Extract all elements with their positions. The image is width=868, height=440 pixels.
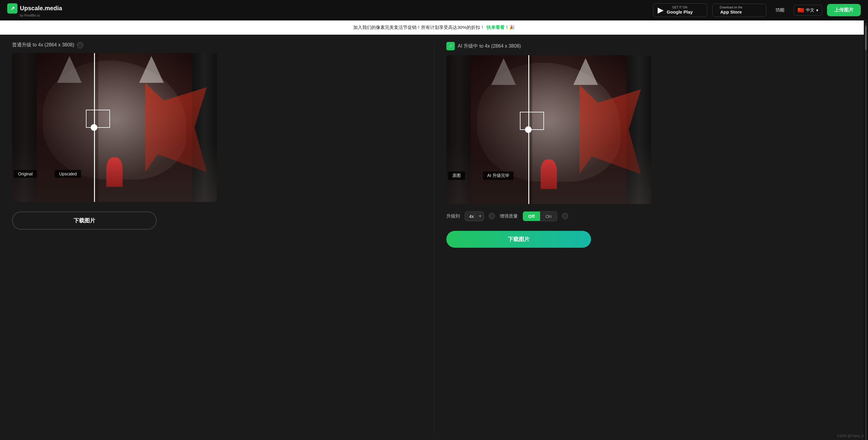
controls-row: 升级到 1x 2x 4x 8x ▾ ⓘ 增强质量 Off On ⓘ (446, 211, 856, 221)
upgrade-label: 升级到 (446, 213, 460, 219)
left-panel-header: 普通升级 to 4x (2864 x 3808) ⓘ (12, 42, 422, 48)
scale-info-icon[interactable]: ⓘ (489, 213, 495, 219)
scale-select[interactable]: 1x 2x 4x 8x (465, 211, 484, 221)
right-image-compare[interactable]: 原图 AI 升级完毕 (446, 55, 651, 204)
promo-text: 加入我们的像素完美复活节促销！所有计划享受高达30%的折扣！ (353, 25, 484, 30)
google-play-main: Google Play (667, 9, 693, 15)
logo-arrow-icon: ↗ (10, 5, 15, 12)
attribution: CSDN @Travis_X (837, 434, 864, 438)
scale-select-wrapper: 1x 2x 4x 8x ▾ (465, 211, 484, 221)
right-panel-title: AI 升级中 to 4x (2864 x 3808) (458, 43, 521, 50)
upload-image-button[interactable]: 上传图片 (827, 4, 861, 16)
quality-toggle-group: Off On (523, 211, 558, 221)
scrollbar-track (865, 23, 867, 440)
ai-icon-arrow: ↗ (449, 44, 453, 49)
brand-sub: by PixelBin.io (20, 13, 62, 17)
logo-area: ↗ Upscale.media by PixelBin.io (7, 3, 62, 17)
right-original-overlay (446, 55, 532, 204)
left-download-button[interactable]: 下载图片 (12, 212, 157, 230)
original-overlay (12, 53, 98, 202)
quality-info-icon[interactable]: ⓘ (562, 213, 568, 219)
google-play-icon: ▶ (658, 5, 664, 15)
left-panel-title: 普通升级 to 4x (2864 x 3808) (12, 42, 74, 48)
header: ↗ Upscale.media by PixelBin.io ▶ GET IT … (0, 0, 868, 21)
features-nav-button[interactable]: 功能 (771, 5, 789, 15)
toggle-off-button[interactable]: Off (523, 212, 540, 221)
logo-icon: ↗ (7, 3, 18, 13)
promo-banner: 加入我们的像素完美复活节促销！所有计划享受高达30%的折扣！ 快来看看！🎉 (0, 21, 868, 35)
logo-title: ↗ Upscale.media (7, 3, 62, 13)
app-store-text: Download on the App Store (720, 6, 742, 15)
language-selector[interactable]: 🇨🇳 中文 ▾ (794, 5, 822, 16)
language-label: 中文 (806, 7, 814, 13)
app-store-top: Download on the (720, 6, 742, 9)
toggle-on-button[interactable]: On (540, 212, 557, 221)
app-store-main: App Store (720, 9, 742, 15)
main-content: 普通升级 to 4x (2864 x 3808) ⓘ (0, 35, 868, 440)
left-info-icon[interactable]: ⓘ (77, 42, 83, 48)
left-image-compare[interactable]: Original Upscaled (12, 53, 217, 202)
google-play-button[interactable]: ▶ GET IT ON Google Play (653, 3, 707, 17)
right-panel-header: ↗ AI 升级中 to 4x (2864 x 3808) (446, 42, 856, 50)
flag-icon: 🇨🇳 (798, 7, 804, 13)
right-download-button[interactable]: 下载图片 (446, 231, 591, 248)
app-store-button[interactable]: Download on the App Store (712, 4, 767, 17)
ai-panel-icon: ↗ (446, 42, 455, 50)
scrollbar-thumb[interactable] (865, 26, 867, 50)
right-panel: ↗ AI 升级中 to 4x (2864 x 3808) 原图 (434, 42, 856, 434)
chevron-down-icon: ▾ (816, 8, 818, 13)
scrollbar-area (864, 21, 868, 440)
promo-link[interactable]: 快来看看！🎉 (487, 25, 515, 30)
right-magnifier-rect (520, 112, 544, 130)
magnifier-rect (86, 110, 110, 128)
brand-name: Upscale.media (20, 5, 62, 12)
right-illustration (446, 55, 651, 204)
google-play-top: GET IT ON (667, 6, 693, 9)
quality-label: 增强质量 (500, 213, 518, 219)
left-panel: 普通升级 to 4x (2864 x 3808) ⓘ (12, 42, 422, 434)
left-illustration (12, 53, 217, 202)
google-play-text: GET IT ON Google Play (667, 6, 693, 15)
